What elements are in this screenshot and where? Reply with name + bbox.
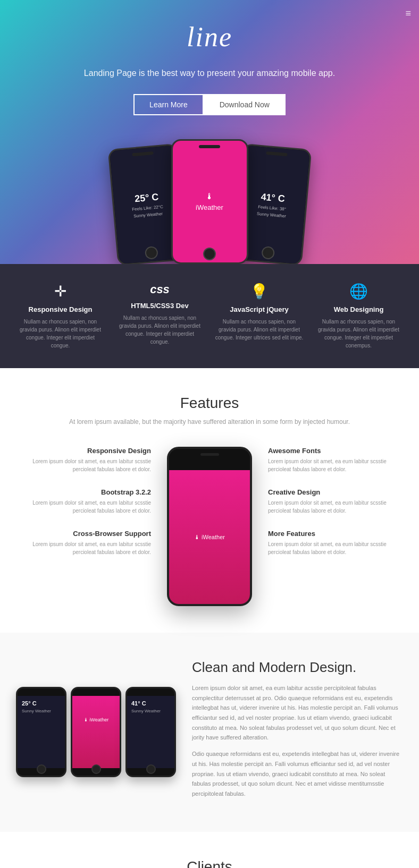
feature-right-desc-2: Lorem ipsum dolor sit amet, ea eum labit… — [268, 499, 406, 515]
hero-buttons: Learn More Download Now — [11, 94, 408, 115]
feature-right-1: Awesome Fonts Lorem ipsum dolor sit amet… — [268, 447, 406, 473]
iweather-logo: iWeather — [196, 192, 223, 211]
weather-sub1-right: Feels Like: 38° — [257, 204, 286, 211]
feature-left-desc-1: Lorem ipsum dolor sit amet, ea eum labit… — [13, 457, 151, 473]
clients-title: Clients — [11, 858, 408, 868]
hero-title: line — [11, 21, 408, 53]
feature-left-title-1: Responsive Design — [13, 447, 151, 455]
feature-icon-desc-1: Nullam ac rhoncus sapien, non gravida pu… — [16, 318, 105, 350]
feature-icon-desc-3: Nullam ac rhoncus sapien, non gravida pu… — [215, 318, 304, 342]
html5-icon: css — [115, 283, 204, 296]
feature-right-desc-3: Lorem ipsum dolor sit amet, ea eum labit… — [268, 540, 406, 556]
modern-section: 25° C Sunny Weather 🌡 iWeather 41° C Sun… — [0, 633, 419, 832]
features-section: Features At lorem ipsum available, but t… — [0, 368, 419, 633]
mini-phone-screen-1: 25° C Sunny Weather — [18, 696, 65, 768]
center-phone: 🌡 iWeather — [167, 447, 252, 606]
phone-home-center — [203, 248, 216, 260]
mini-phone-3: 41° C Sunny Weather — [125, 687, 176, 777]
iweather-text: iWeather — [196, 203, 223, 211]
mini-phone-screen-3: 41° C Sunny Weather — [127, 696, 174, 768]
feature-left-desc-2: Lorem ipsum dolor sit amet, ea eum labit… — [13, 499, 151, 515]
modern-para-2: Odio quaeque reformidans est eu, expeten… — [192, 749, 403, 798]
center-iweather-label: iWeather — [202, 534, 225, 540]
mini-phone-home-3 — [146, 764, 156, 774]
phone-notch-center — [199, 145, 220, 148]
feature-right-3: More Features Lorem ipsum dolor sit amet… — [268, 530, 406, 556]
weather-temp-right: 41° C — [260, 191, 285, 205]
feature-left-1: Responsive Design Lorem ipsum dolor sit … — [13, 447, 151, 473]
download-now-button[interactable]: Download Now — [204, 94, 286, 115]
weather-sub2-left: Sunny Weather — [133, 211, 163, 218]
feature-left-2: Bootstrap 3.2.2 Lorem ipsum dolor sit am… — [13, 488, 151, 515]
javascript-icon: 💡 — [215, 283, 304, 300]
clients-section: Clients workday. intel $jQuery flickr YA… — [0, 832, 419, 868]
feature-left-title-3: Cross-Browser Support — [13, 530, 151, 538]
features-icons-section: ✛ Responsive Design Nullam ac rhoncus sa… — [0, 264, 419, 368]
mini-phone-2: 🌡 iWeather — [71, 687, 121, 777]
feature-right-title-2: Creative Design — [268, 488, 406, 496]
center-phone-container: 🌡 iWeather — [162, 447, 257, 606]
feature-right-title-3: More Features — [268, 530, 406, 538]
mini-phone-home-2 — [91, 764, 101, 774]
hero-phones: 25° C Feels Like: 22°C Sunny Weather iWe… — [11, 137, 408, 264]
features-subtitle: At lorem ipsum available, but the majori… — [11, 418, 408, 426]
web-design-icon: 🌐 — [314, 283, 403, 300]
feature-right-desc-1: Lorem ipsum dolor sit amet, ea eum labit… — [268, 457, 406, 473]
weather-sub2-right: Sunny Weather — [256, 211, 286, 218]
feature-icon-item-1: ✛ Responsive Design Nullam ac rhoncus sa… — [11, 283, 110, 350]
modern-text: Clean and Modern Design. Lorem ipsum dol… — [192, 659, 403, 805]
hero-section: ≡ line Landing Page is the best way to p… — [0, 0, 419, 264]
feature-icon-item-3: 💡 JavaScript jQuery Nullam ac rhoncus sa… — [210, 283, 309, 342]
learn-more-button[interactable]: Learn More — [133, 94, 204, 115]
feature-icon-title-1: Responsive Design — [16, 305, 105, 313]
feature-icon-desc-4: Nullam ac rhoncus sapien, non gravida pu… — [314, 318, 403, 350]
modern-phones: 25° C Sunny Weather 🌡 iWeather 41° C Sun… — [16, 687, 176, 777]
feature-icon-title-4: Web Designing — [314, 305, 403, 313]
feature-icon-title-2: HTML5/CSS3 Dev — [115, 302, 204, 310]
features-grid: Responsive Design Lorem ipsum dolor sit … — [13, 447, 406, 606]
feature-icon-desc-2: Nullam ac rhoncus sapien, non gravida pu… — [115, 314, 204, 346]
feature-right-2: Creative Design Lorem ipsum dolor sit am… — [268, 488, 406, 515]
features-right: Awesome Fonts Lorem ipsum dolor sit amet… — [268, 447, 406, 571]
menu-icon[interactable]: ≡ — [405, 8, 411, 19]
feature-left-title-2: Bootstrap 3.2.2 — [13, 488, 151, 496]
center-phone-screen: 🌡 iWeather — [169, 470, 250, 604]
mini-phone-screen-2: 🌡 iWeather — [72, 696, 120, 768]
mini-phone-home-1 — [37, 764, 46, 774]
weather-temp-left: 25° C — [134, 191, 159, 205]
features-title: Features — [11, 395, 408, 412]
modern-title: Clean and Modern Design. — [192, 659, 403, 676]
feature-left-3: Cross-Browser Support Lorem ipsum dolor … — [13, 530, 151, 556]
features-left: Responsive Design Lorem ipsum dolor sit … — [13, 447, 151, 571]
responsive-icon: ✛ — [16, 283, 105, 300]
modern-para-1: Lorem ipsum dolor sit amet, ea eum labit… — [192, 683, 403, 743]
mini-phone-1: 25° C Sunny Weather — [16, 687, 66, 777]
phone-center: iWeather — [171, 139, 248, 264]
feature-icon-title-3: JavaScript jQuery — [215, 305, 304, 313]
feature-icon-item-2: css HTML5/CSS3 Dev Nullam ac rhoncus sap… — [110, 283, 210, 346]
feature-right-title-1: Awesome Fonts — [268, 447, 406, 455]
feature-icon-item-4: 🌐 Web Designing Nullam ac rhoncus sapien… — [309, 283, 408, 350]
weather-sub1-left: Feels Like: 22°C — [131, 204, 163, 211]
feature-left-desc-3: Lorem ipsum dolor sit amet, ea eum labit… — [13, 540, 151, 556]
phone-screen-center: iWeather — [173, 141, 247, 262]
hero-subtitle: Landing Page is the best way to present … — [11, 69, 408, 78]
